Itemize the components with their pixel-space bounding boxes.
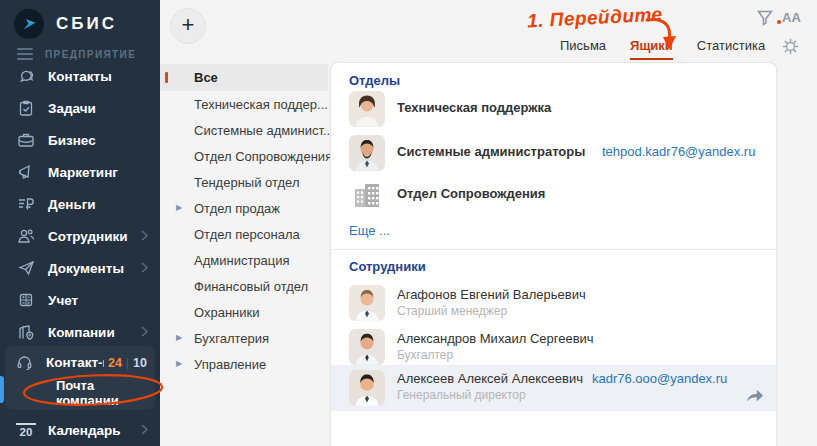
badge-new-count: 24 <box>108 356 122 370</box>
folder-item[interactable]: Финансовый отдел <box>160 273 328 299</box>
sidebar-item-company-mail[interactable]: Почта компании <box>5 379 155 407</box>
sidebar-item-label: Деньги <box>48 197 96 212</box>
sidebar-item-label: Сотрудники <box>48 229 128 244</box>
folder-item-expandable[interactable]: ▶Бухгалтерия <box>160 325 328 351</box>
chevron-right-icon <box>141 227 148 245</box>
sidebar-item-business[interactable]: Бизнес <box>0 124 160 156</box>
folder-item-expandable[interactable]: ▶Управление <box>160 351 328 377</box>
expand-arrow-icon[interactable]: ▶ <box>176 333 182 342</box>
annotation-step1: 1. Перейдите <box>527 3 664 32</box>
sbis-logo-icon <box>14 9 44 39</box>
sidebar-item-contacts[interactable]: Контакты <box>0 60 160 92</box>
sidebar-item-contact-center[interactable]: Контакт-це 24 | 10 <box>5 346 155 379</box>
folder-item[interactable]: Тендерный отдел <box>160 169 328 195</box>
sidebar: СБИС ПРЕДПРИЯТИЕ Контакты Задачи Бизнес … <box>0 0 160 446</box>
sidebar-item-marketing[interactable]: Маркетинг <box>0 156 160 188</box>
mail-tabs: Письма Ящики Статистика <box>560 38 765 60</box>
tab-mailboxes[interactable]: Ящики <box>630 38 673 60</box>
mailboxes-panel: Отделы Техническая поддержка Системные а… <box>330 62 777 446</box>
tab-letters[interactable]: Письма <box>560 38 606 60</box>
sidebar-item-label: Контакт-це <box>46 355 104 370</box>
department-email[interactable]: tehpod.kadr76@yandex.ru <box>602 144 755 159</box>
paper-plane-icon <box>16 258 36 278</box>
sidebar-item-label: Контакты <box>48 69 112 84</box>
badge-total-count: 10 <box>133 356 147 370</box>
chevron-right-icon <box>141 323 148 341</box>
department-row[interactable]: Системные администраторы tehpod.kadr76@y… <box>331 131 776 175</box>
section-divider <box>331 249 776 250</box>
contact-center-badges: 24 | 10 <box>108 356 147 370</box>
expand-arrow-icon[interactable]: ▶ <box>176 359 182 368</box>
add-button[interactable]: + <box>170 8 206 44</box>
avatar <box>349 285 385 321</box>
expand-arrow-icon[interactable]: ▶ <box>176 203 182 212</box>
employee-role: Старший менеджер <box>397 304 507 318</box>
employee-row[interactable]: Агафонов Евгений Валерьевич Старший мене… <box>331 281 776 325</box>
employee-name: Александров Михаил Сергеевич <box>397 331 594 346</box>
sidebar-menu: Контакты Задачи Бизнес Маркетинг Деньги … <box>0 60 160 348</box>
folder-item-expandable[interactable]: ▶Отдел продаж <box>160 195 328 221</box>
sidebar-item-label: Документы <box>48 261 124 276</box>
folder-item[interactable]: Администрация <box>160 247 328 273</box>
notification-dot <box>777 20 781 24</box>
employees-section-title: Сотрудники <box>349 259 426 274</box>
departments-section-title: Отделы <box>349 73 400 88</box>
employee-row-selected[interactable]: Алексеев Алексей Алексеевичkadr76.ooo@ya… <box>331 365 776 411</box>
department-folder-list: Все Техническая поддер... Системные адми… <box>160 64 328 377</box>
briefcase-icon <box>16 130 36 150</box>
contact-center-block: Контакт-це 24 | 10 Почта компании <box>5 346 155 410</box>
chevron-right-icon <box>141 421 148 439</box>
folder-item[interactable]: Техническая поддер... <box>160 91 328 117</box>
employee-row[interactable]: Александров Михаил Сергеевич Бухгалтер <box>331 325 776 369</box>
sidebar-item-label: Учет <box>48 293 78 308</box>
department-row[interactable]: Отдел Сопровождения <box>331 173 776 217</box>
sidebar-item-documents[interactable]: Документы <box>0 252 160 284</box>
sidebar-item-label: Бизнес <box>48 133 96 148</box>
employee-email[interactable]: kadr76.ooo@yandex.ru <box>592 371 727 386</box>
sidebar-item-money[interactable]: Деньги <box>0 188 160 220</box>
calculator-icon <box>16 290 36 310</box>
forward-arrow-icon[interactable] <box>746 388 764 404</box>
department-name: Техническая поддержка <box>397 100 551 115</box>
hamburger-icon <box>17 48 33 60</box>
employee-name: Алексеев Алексей Алексеевичkadr76.ooo@ya… <box>397 371 727 386</box>
people-icon <box>16 226 36 246</box>
folder-item-all[interactable]: Все <box>160 64 328 91</box>
org-label: ПРЕДПРИЯТИЕ <box>45 49 136 60</box>
logo[interactable]: СБИС <box>0 0 160 40</box>
sidebar-item-companies[interactable]: Компании <box>0 316 160 348</box>
folder-item[interactable]: Отдел персонала <box>160 221 328 247</box>
font-size-button[interactable]: АА <box>782 10 801 25</box>
sidebar-item-employees[interactable]: Сотрудники <box>0 220 160 252</box>
tab-statistics[interactable]: Статистика <box>697 38 765 60</box>
sidebar-item-label: Задачи <box>48 101 96 116</box>
folder-item[interactable]: Отдел Сопровождения <box>160 143 328 169</box>
employee-name: Агафонов Евгений Валерьевич <box>397 287 586 302</box>
employee-role: Бухгалтер <box>397 348 453 362</box>
department-row[interactable]: Техническая поддержка <box>331 87 776 131</box>
avatar <box>349 370 385 406</box>
app-window: СБИС ПРЕДПРИЯТИЕ Контакты Задачи Бизнес … <box>0 0 817 446</box>
avatar <box>349 91 385 127</box>
sidebar-subitem-label: Почта компании <box>56 378 155 408</box>
show-more-link[interactable]: Еще ... <box>349 223 390 238</box>
sidebar-item-tasks[interactable]: Задачи <box>0 92 160 124</box>
department-name: Системные администраторы <box>397 144 585 159</box>
sidebar-item-accounting[interactable]: Учет <box>0 284 160 316</box>
ruble-lines-icon <box>16 194 36 214</box>
sidebar-item-label: Компании <box>48 325 115 340</box>
folder-item[interactable]: Системные админист... <box>160 117 328 143</box>
filter-icon[interactable] <box>755 8 775 28</box>
gear-icon[interactable] <box>781 37 800 56</box>
plus-icon: + <box>182 14 195 36</box>
calendar-day-icon: 20 <box>16 423 36 438</box>
sidebar-item-label: Маркетинг <box>48 165 118 180</box>
folder-item[interactable]: Охранники <box>160 299 328 325</box>
badge-separator: | <box>126 356 129 370</box>
sidebar-item-label: Календарь <box>48 423 121 438</box>
logo-text: СБИС <box>56 14 117 34</box>
megaphone-icon <box>16 162 36 182</box>
sidebar-item-calendar[interactable]: 20 Календарь <box>0 414 160 446</box>
building-pin-icon <box>16 322 36 342</box>
active-item-indicator <box>0 376 4 403</box>
